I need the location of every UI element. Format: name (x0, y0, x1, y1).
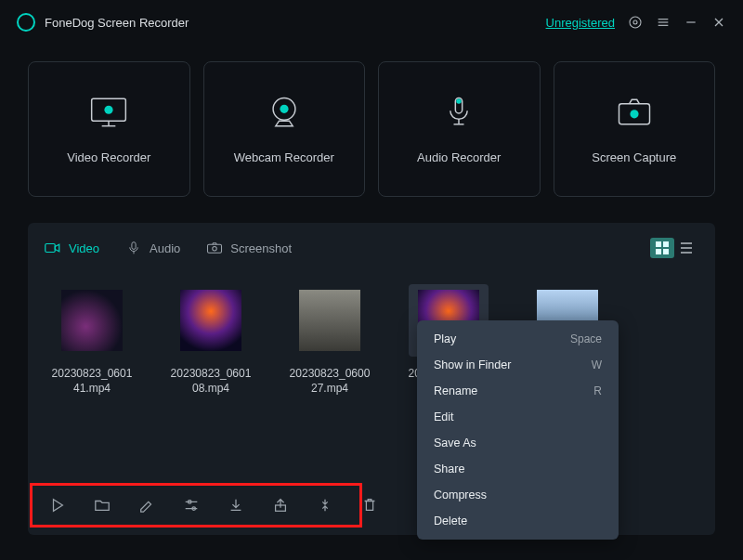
mode-webcam-recorder[interactable]: Webcam Recorder (203, 61, 366, 197)
monitor-record-icon (88, 95, 129, 130)
ctx-label: Edit (434, 410, 454, 423)
file-item[interactable]: 20230823_060108.mp4 (169, 284, 253, 396)
settings-gear-icon[interactable] (628, 15, 643, 30)
mode-video-recorder[interactable]: Video Recorder (28, 61, 190, 197)
svg-point-11 (105, 105, 113, 113)
ctx-edit[interactable]: Edit (417, 404, 619, 430)
mode-label: Video Recorder (67, 150, 150, 164)
ctx-label: Play (434, 332, 456, 345)
mode-label: Audio Recorder (417, 150, 501, 164)
svg-rect-25 (656, 241, 661, 247)
ctx-label: Compress (434, 488, 487, 501)
menu-icon[interactable] (656, 15, 671, 30)
trash-icon[interactable] (361, 497, 378, 514)
ctx-shortcut: Space (570, 332, 602, 345)
ctx-save-as[interactable]: Save As (417, 430, 619, 456)
titlebar: FoneDog Screen Recorder Unregistered (0, 0, 743, 45)
ctx-label: Rename (434, 384, 477, 397)
ctx-compress[interactable]: Compress (417, 482, 619, 508)
file-thumbnail (299, 290, 360, 351)
ctx-delete[interactable]: Delete (417, 508, 619, 534)
file-name: 20230823_060027.mp4 (279, 366, 381, 396)
titlebar-right: Unregistered (546, 15, 726, 30)
svg-point-1 (630, 17, 641, 28)
titlebar-left: FoneDog Screen Recorder (17, 13, 189, 32)
svg-rect-26 (663, 241, 669, 247)
svg-point-15 (457, 98, 463, 104)
file-thumbnail (61, 290, 123, 351)
sliders-icon[interactable] (183, 497, 200, 514)
share-icon[interactable] (272, 497, 289, 514)
tab-video[interactable]: Video (45, 241, 99, 255)
svg-point-13 (280, 104, 288, 112)
tab-audio[interactable]: Audio (125, 241, 180, 255)
svg-rect-23 (208, 244, 222, 253)
panel-tabs-row: Video Audio Screenshot (45, 238, 698, 258)
file-context-menu: Play Space Show in Finder W Rename R Edi… (417, 320, 619, 540)
camera-icon (614, 95, 655, 130)
registration-status-link[interactable]: Unregistered (546, 16, 615, 30)
microphone-icon (438, 95, 479, 130)
tab-screenshot[interactable]: Screenshot (206, 241, 292, 255)
mode-screen-capture[interactable]: Screen Capture (554, 61, 716, 197)
download-icon[interactable] (228, 497, 244, 514)
svg-rect-28 (663, 249, 669, 254)
ctx-label: Delete (434, 514, 467, 527)
grid-view-button[interactable] (650, 238, 674, 258)
panel-tabs: Video Audio Screenshot (45, 241, 292, 255)
minimize-icon[interactable] (684, 15, 698, 30)
play-icon[interactable] (49, 497, 66, 514)
compress-icon[interactable] (317, 497, 333, 514)
svg-point-19 (630, 110, 638, 118)
file-name: 20230823_060108.mp4 (160, 366, 262, 396)
ctx-label: Show in Finder (434, 358, 511, 371)
svg-rect-21 (132, 242, 136, 250)
mode-label: Webcam Recorder (234, 150, 334, 164)
mode-label: Screen Capture (592, 150, 676, 164)
svg-rect-20 (46, 244, 56, 253)
file-item[interactable]: 20230823_060141.mp4 (50, 284, 134, 396)
mode-audio-recorder[interactable]: Audio Recorder (378, 61, 541, 197)
mode-cards-row: Video Recorder Webcam Recorder Audio Rec… (0, 45, 743, 197)
ctx-label: Share (434, 462, 464, 475)
list-view-button[interactable] (674, 238, 698, 258)
svg-rect-27 (656, 249, 661, 254)
file-action-bar (30, 483, 362, 527)
file-name: 20230823_060141.mp4 (41, 366, 143, 396)
view-toggle (650, 238, 698, 258)
ctx-share[interactable]: Share (417, 456, 619, 482)
svg-point-0 (633, 20, 637, 24)
folder-icon[interactable] (94, 497, 111, 514)
edit-pencil-icon[interactable] (138, 497, 155, 514)
ctx-shortcut: R (593, 384, 602, 397)
svg-marker-32 (54, 500, 63, 512)
app-title: FoneDog Screen Recorder (45, 16, 189, 30)
ctx-rename[interactable]: Rename R (417, 378, 619, 404)
close-icon[interactable] (711, 15, 726, 30)
app-logo-icon (17, 13, 35, 32)
webcam-icon (264, 95, 305, 130)
ctx-shortcut: W (592, 358, 602, 371)
tab-label: Screenshot (230, 241, 292, 255)
ctx-play[interactable]: Play Space (417, 326, 619, 352)
file-item[interactable]: 20230823_060027.mp4 (288, 284, 372, 396)
svg-point-24 (213, 247, 217, 252)
ctx-show-in-finder[interactable]: Show in Finder W (417, 352, 619, 378)
tab-label: Video (69, 241, 99, 255)
tab-label: Audio (150, 241, 180, 255)
file-thumbnail (180, 290, 241, 351)
ctx-label: Save As (434, 436, 476, 449)
